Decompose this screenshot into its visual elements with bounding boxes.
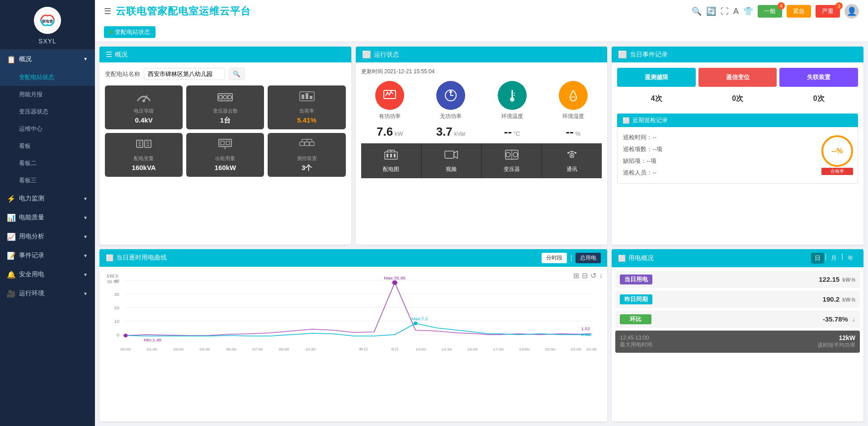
svg-rect-27 — [305, 142, 309, 146]
overview-card-header: ☰ 概况 — [99, 47, 351, 62]
normal-alert-button[interactable]: 4 一般 — [758, 5, 782, 18]
ops-env-label: 运行环境 — [19, 289, 44, 298]
humidity-label: 环境湿度 — [562, 113, 584, 120]
sidebar-item-power-quality[interactable]: 📊 电能质量 ▼ — [0, 208, 95, 227]
event-buttons: 遥测越限 遥信变位 失联装置 — [617, 68, 858, 87]
telemetry-count: 4次 — [617, 91, 696, 106]
reactive-power-unit: kVar — [454, 130, 466, 137]
chart-icon-2[interactable]: ⊟ — [582, 271, 588, 280]
lost-device-count: 0次 — [779, 91, 858, 106]
search-icon[interactable]: 🔍 — [692, 6, 702, 16]
avatar[interactable]: 👤 — [844, 4, 859, 19]
chevron-safe-power: ▼ — [83, 272, 88, 277]
chart-header-right: 分时段 | 总用电 — [542, 253, 601, 263]
ops-action-row: 配电图 视频 — [361, 143, 602, 178]
search-button[interactable]: 🔍 — [229, 68, 245, 80]
sidebar-item-substation-status[interactable]: 变配电站状态 — [0, 69, 95, 86]
header-left: ☰ 云联电管家配电室运维云平台 — [104, 5, 251, 18]
svg-text:19:00: 19:00 — [519, 347, 529, 351]
sidebar-item-transformer-status[interactable]: 变压器状态 — [0, 103, 95, 120]
humidity-value-container: -- % — [544, 125, 602, 139]
theme-icon[interactable]: 👕 — [743, 6, 753, 16]
svg-text:01:30: 01:30 — [147, 347, 157, 351]
time-segment-button[interactable]: 分时段 — [542, 253, 567, 263]
svg-text:Max:35.95: Max:35.95 — [384, 275, 406, 280]
chevron-event-record: ▼ — [83, 253, 88, 258]
search-input[interactable] — [144, 68, 225, 80]
patrol-person: 巡检人员：-- — [623, 167, 852, 179]
fullscreen-icon[interactable]: ⛶ — [721, 7, 729, 16]
ops-env-icon: 🎥 — [7, 289, 15, 298]
power-last-left: 12:45-13:00 最大用电时间 — [620, 335, 652, 349]
humidity-value: -- — [566, 125, 573, 138]
chart-icons: ⊞ ⊟ ↺ ↓ — [573, 271, 603, 280]
hamburger-icon[interactable]: ☰ — [104, 6, 111, 16]
patrol-body: 巡检时间：-- 巡检项数：--项 缺陷项：--项 巡检人员：-- --% 合格率 — [617, 127, 858, 184]
svg-text:20: 20 — [114, 305, 119, 310]
header-right: 🔍 🔄 ⛶ A 👕 4 一般 紧急 3 严重 👤 — [692, 4, 859, 19]
chart-icon-1[interactable]: ⊞ — [573, 271, 579, 280]
today-unit: kW·h — [842, 277, 855, 283]
temperature-unit: °C — [514, 130, 520, 137]
sidebar-item-event-record[interactable]: 📝 事件记录 ▼ — [0, 246, 95, 265]
svg-text:13:00: 13:00 — [415, 347, 426, 351]
sidebar-item-monthly-report[interactable]: 用能月报 — [0, 86, 95, 103]
sidebar-item-safe-power[interactable]: 🔔 安全用电 ▼ — [0, 265, 95, 284]
power-tab-year[interactable]: 年 — [844, 253, 857, 264]
chart-svg: kW.h 39.55 40 30 20 10 0 — [105, 271, 602, 355]
power-monitor-label: 电力监测 — [19, 194, 44, 203]
svg-text:20:30: 20:30 — [545, 347, 555, 351]
sidebar-item-power-analysis[interactable]: 📈 用电分析 ▼ — [0, 227, 95, 246]
status-badge[interactable]: 变配电站状态 — [104, 26, 156, 38]
telemetry-limit-button[interactable]: 遥测越限 — [617, 68, 696, 87]
capacity-label: 配电变量 — [134, 155, 154, 162]
remote-signal-button[interactable]: 遥信变位 — [698, 68, 777, 87]
urgent-alert-button[interactable]: 紧急 — [787, 5, 811, 18]
serious-alert-button[interactable]: 3 严重 — [816, 5, 840, 18]
sidebar-item-ops-env[interactable]: 🎥 运行环境 ▼ — [0, 284, 95, 303]
chart-icon-4[interactable]: ↓ — [599, 271, 603, 280]
svg-text:00:00: 00:00 — [120, 347, 131, 351]
power-icon — [217, 137, 233, 153]
svg-text:22:00: 22:00 — [571, 347, 581, 351]
stat-transformer: 变压器台数 1台 — [186, 85, 264, 129]
overview-card-title: 概况 — [115, 51, 127, 59]
patrol-header: ⬜ 近期巡检记录 — [617, 114, 858, 127]
main-area: ☰ 云联电管家配电室运维云平台 🔍 🔄 ⛶ A 👕 4 一般 紧急 3 严重 👤 — [95, 0, 868, 426]
power-last-time-label: 最大用电时间 — [620, 341, 652, 349]
svg-rect-46 — [390, 154, 392, 157]
action-circuit-diagram[interactable]: 配电图 — [361, 143, 421, 178]
transformer-action-label: 变压器 — [504, 166, 520, 173]
capacity-icon — [136, 137, 152, 153]
action-comms[interactable]: 通讯 — [542, 143, 602, 178]
font-icon[interactable]: A — [733, 7, 739, 16]
sidebar-logo: 联电管 SXYL — [0, 0, 95, 50]
metric-temperature: 环境温度 — [483, 81, 541, 120]
power-tab-month[interactable]: 月 — [827, 253, 840, 264]
stat-grid: 电压等级 0.4kV — [105, 85, 346, 177]
chevron-ops-env: ▼ — [83, 291, 88, 296]
sidebar-item-power-monitor[interactable]: ⚡ 电力监测 ▼ — [0, 189, 95, 208]
company-name: SXYL — [38, 38, 57, 45]
active-power-value: 7.6 — [377, 125, 393, 138]
svg-point-55 — [571, 155, 573, 156]
action-transformer[interactable]: 变压器 — [481, 143, 542, 178]
overview-card-icon: ☰ — [106, 50, 112, 59]
sidebar-item-board2[interactable]: 看板二 — [0, 155, 95, 172]
power-header-left: ⬜ 用电概况 — [618, 254, 654, 262]
svg-text:14:30: 14:30 — [441, 347, 452, 351]
sidebar-item-board3[interactable]: 看板三 — [0, 172, 95, 189]
transformer-value: 1台 — [220, 116, 231, 125]
normal-alert-label: 一般 — [764, 8, 776, 14]
sidebar-item-board[interactable]: 看板 — [0, 137, 95, 155]
total-power-button[interactable]: 总用电 — [576, 253, 601, 263]
refresh-icon[interactable]: 🔄 — [706, 6, 716, 16]
svg-text:40: 40 — [114, 278, 119, 283]
lost-device-button[interactable]: 失联装置 — [779, 68, 858, 87]
action-video[interactable]: 视频 — [421, 143, 481, 178]
chart-icon-3[interactable]: ↺ — [590, 271, 596, 280]
power-tab-day[interactable]: 日 — [811, 253, 824, 264]
svg-rect-24 — [226, 141, 230, 145]
sidebar-item-ops-center[interactable]: 运维中心 — [0, 120, 95, 137]
sidebar-item-overview[interactable]: 📋 概况 ▲ — [0, 50, 95, 69]
